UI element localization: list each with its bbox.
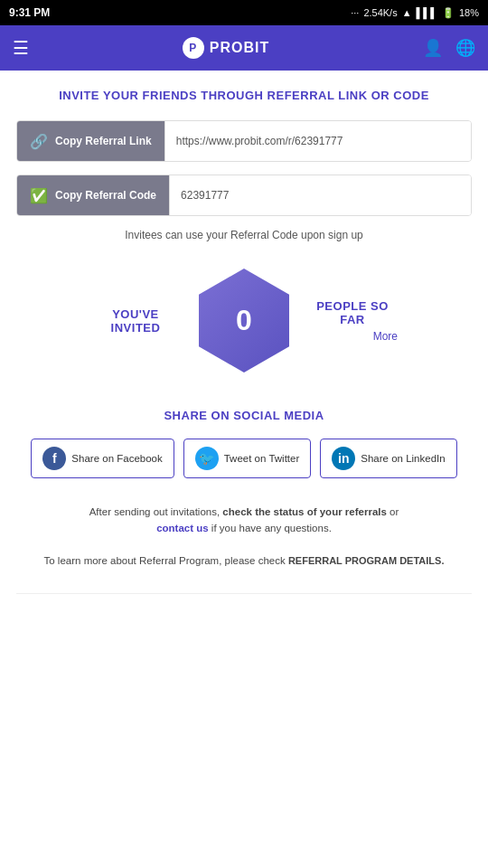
copy-code-label: Copy Referral Code xyxy=(55,189,156,202)
or-text: or xyxy=(389,506,399,517)
referral-link-value: https://www.probit.com/r/62391777 xyxy=(164,121,471,161)
referral-info-text: Invitees can use your Referral Code upon… xyxy=(16,229,472,241)
copy-code-button[interactable]: ✅ Copy Referral Code xyxy=(17,175,169,215)
logo-icon: P xyxy=(183,37,204,59)
status-dots: ··· xyxy=(351,7,359,18)
status-right: ··· 2.54K/s ▲ ▌▌▌ 🔋 18% xyxy=(351,7,479,19)
invited-count: 0 xyxy=(236,304,252,337)
globe-icon[interactable]: 🌐 xyxy=(455,38,475,58)
battery-icon: 🔋 xyxy=(442,7,455,19)
questions-text: if you have any questions. xyxy=(211,523,332,533)
social-buttons: f Share on Facebook 🐦 Tweet on Twitter i… xyxy=(16,439,472,478)
share-facebook-button[interactable]: f Share on Facebook xyxy=(31,439,174,478)
signal-icon: ▌▌▌ xyxy=(417,7,437,18)
you-invited-label: YOU'VE INVITED xyxy=(90,307,181,335)
check-icon: ✅ xyxy=(30,187,48,204)
user-icon[interactable]: 👤 xyxy=(423,38,443,58)
status-network: 2.54K/s xyxy=(363,7,397,18)
invite-title: INVITE YOUR FRIENDS THROUGH REFERRAL LIN… xyxy=(16,89,472,102)
twitter-icon: 🐦 xyxy=(195,447,219,470)
facebook-icon: f xyxy=(42,447,66,470)
referral-program-details-link[interactable]: REFERRAL PROGRAM DETAILS. xyxy=(288,555,445,566)
people-block: PEOPLE SO FAR More xyxy=(307,299,398,343)
tweet-twitter-label: Tweet on Twitter xyxy=(224,453,300,464)
nav-right: 👤 🌐 xyxy=(423,38,475,58)
contact-us-link[interactable]: contact us xyxy=(156,523,209,533)
referral-code-value: 62391777 xyxy=(169,175,471,215)
share-facebook-label: Share on Facebook xyxy=(71,453,162,464)
learn-more-text: To learn more about Referral Program, pl… xyxy=(44,555,286,566)
referral-details-text: To learn more about Referral Program, pl… xyxy=(16,555,472,566)
page-content: INVITE YOUR FRIENDS THROUGH REFERRAL LIN… xyxy=(0,71,488,612)
more-link[interactable]: More xyxy=(307,330,398,343)
tweet-twitter-button[interactable]: 🐦 Tweet on Twitter xyxy=(183,439,312,478)
copy-link-row: 🔗 Copy Referral Link https://www.probit.… xyxy=(16,120,472,162)
linkedin-icon: in xyxy=(332,447,355,470)
share-linkedin-button[interactable]: in Share on LinkedIn xyxy=(320,439,456,478)
bottom-info-text: After sending out invitations, check the… xyxy=(16,504,472,537)
bottom-divider xyxy=(16,593,472,594)
top-nav: ☰ P PROBIT 👤 🌐 xyxy=(0,25,488,71)
copy-link-label: Copy Referral Link xyxy=(55,135,152,147)
menu-icon[interactable]: ☰ xyxy=(13,37,29,59)
check-status-text: check the status of your referrals xyxy=(222,506,387,517)
wifi-icon: ▲ xyxy=(402,7,412,18)
status-bar: 9:31 PM ··· 2.54K/s ▲ ▌▌▌ 🔋 18% xyxy=(0,0,488,25)
battery-percent: 18% xyxy=(459,7,479,18)
share-linkedin-label: Share on LinkedIn xyxy=(361,453,445,464)
logo: P PROBIT xyxy=(183,37,269,59)
after-invitations-text: After sending out invitations, xyxy=(89,506,220,517)
hexagon-shape: 0 xyxy=(199,269,289,373)
share-title: SHARE ON SOCIAL MEDIA xyxy=(16,409,472,422)
status-time: 9:31 PM xyxy=(9,6,50,19)
logo-text: PROBIT xyxy=(210,40,269,56)
link-icon: 🔗 xyxy=(30,133,48,150)
invited-section: YOU'VE INVITED 0 PEOPLE SO FAR More xyxy=(16,269,472,373)
people-so-far-label: PEOPLE SO FAR xyxy=(307,299,398,326)
copy-link-button[interactable]: 🔗 Copy Referral Link xyxy=(17,121,164,161)
hexagon-container: 0 xyxy=(199,269,289,373)
copy-code-row: ✅ Copy Referral Code 62391777 xyxy=(16,175,472,216)
